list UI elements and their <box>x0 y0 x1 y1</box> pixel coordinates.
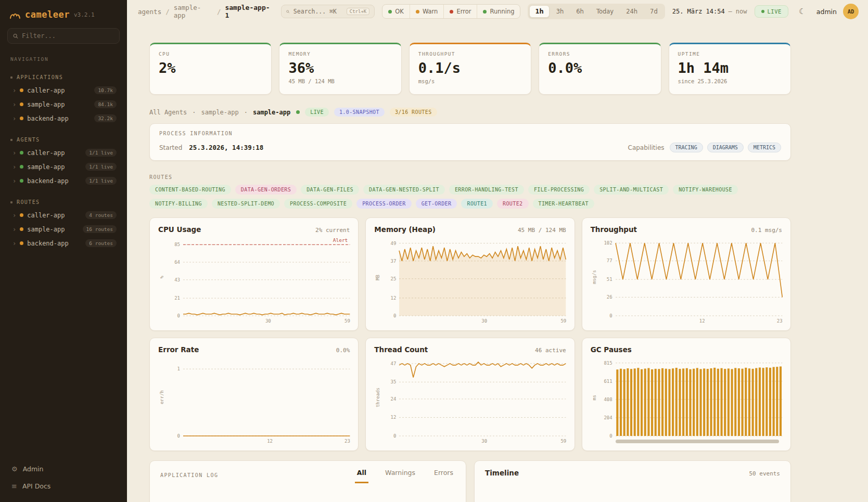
x-axis-ticks: 1223 <box>616 317 782 325</box>
application-log-card: APPLICATION LOG AllWarningsErrors <box>149 460 466 502</box>
stat-label: ERRORS <box>548 51 652 57</box>
chart-thread-count: Thread Count46 activethreads012243547305… <box>365 338 575 451</box>
bottom-row: APPLICATION LOG AllWarningsErrors Timeli… <box>149 460 791 502</box>
time-range-7d[interactable]: 7d <box>644 5 663 18</box>
stats-row: CPU2%MEMORY36%45 MB / 124 MBTHROUGHPUT0.… <box>149 43 791 95</box>
sidebar-footer-admin[interactable]: ⚙Admin <box>7 460 120 478</box>
sidebar-item-label: caller-app <box>27 212 65 219</box>
sidebar-item-routes-caller-app[interactable]: ›caller-app4 routes <box>7 208 120 222</box>
sidebar-footer-api-docs[interactable]: ≡API Docs <box>7 478 120 495</box>
stat-subtext: msg/s <box>418 78 522 84</box>
route-chip-nested-split-demo[interactable]: NESTED-SPLIT-DEMO <box>212 199 280 209</box>
route-chip-route2[interactable]: ROUTE2 <box>497 199 529 209</box>
y-tick-label: 102 <box>604 240 612 246</box>
status-filter-running[interactable]: Running <box>477 5 520 18</box>
routes-heading: ROUTES <box>149 174 791 180</box>
search-input[interactable] <box>293 8 343 15</box>
x-tick-label: 59 <box>560 439 566 444</box>
sidebar-item-agents-sample-app[interactable]: ›sample-app1/1 live <box>7 160 120 174</box>
breadcrumb-item-sample-app-1[interactable]: sample-app-1 <box>225 4 274 19</box>
log-tab-errors[interactable]: Errors <box>432 469 455 483</box>
route-chip-split-and-multicast[interactable]: SPLIT-AND-MULTICAST <box>594 185 669 195</box>
sidebar-item-agents-backend-app[interactable]: ›backend-app1/1 live <box>7 174 120 188</box>
log-tab-all[interactable]: All <box>355 469 368 483</box>
x-tick-label: 59 <box>560 318 566 324</box>
time-range-24h[interactable]: 24h <box>620 5 643 18</box>
x-axis-ticks: 1223 <box>183 437 350 445</box>
chart-title: Throughput <box>591 225 637 234</box>
chart-title: GC Pauses <box>591 345 632 354</box>
sidebar-item-applications-sample-app[interactable]: ›sample-app84.1k <box>7 97 120 111</box>
chart-title: CPU Usage <box>158 225 201 234</box>
breadcrumb-item-agents[interactable]: agents <box>138 8 161 16</box>
status-filter-warn[interactable]: Warn <box>410 5 444 18</box>
route-chip-error-handling-test[interactable]: ERROR-HANDLING-TEST <box>449 185 524 195</box>
y-tick-label: 0 <box>177 313 180 318</box>
y-axis-unit-label: MB <box>375 275 380 280</box>
route-chip-process-composite[interactable]: PROCESS-COMPOSITE <box>284 199 352 209</box>
docs-icon: ≡ <box>11 482 17 490</box>
chart-cpu-usage: CPU Usage2% current%021436485Alert3059 <box>149 217 359 331</box>
breadcrumb-item-sample-app[interactable]: sample-app <box>174 4 213 19</box>
process-info-title: PROCESS INFORMATION <box>159 131 781 136</box>
route-chip-timer-heartbeat[interactable]: TIMER-HEARTBEAT <box>533 199 594 209</box>
sidebar-section-title: AGENTS <box>7 135 120 146</box>
chart-title: Thread Count <box>374 345 428 354</box>
time-range-today[interactable]: Today <box>591 5 619 18</box>
route-chip-data-gen-files[interactable]: DATA-GEN-FILES <box>301 185 359 195</box>
y-tick-label: 12 <box>390 295 396 301</box>
route-chip-get-order[interactable]: GET-ORDER <box>416 199 457 209</box>
avatar[interactable]: AD <box>843 4 859 19</box>
route-chip-data-gen-orders[interactable]: DATA-GEN-ORDERS <box>235 185 297 195</box>
alert-threshold-label: Alert <box>333 237 348 243</box>
plot-region <box>183 359 350 436</box>
y-axis-ticks: 0204408611815 <box>600 359 614 436</box>
sidebar-item-routes-backend-app[interactable]: ›backend-app6 routes <box>7 236 120 250</box>
started-value: 25.3.2026, 14:39:18 <box>189 144 263 151</box>
stat-label: MEMORY <box>288 51 392 57</box>
time-range-1h[interactable]: 1h <box>529 5 549 18</box>
y-axis-unit-label: err/h <box>159 390 164 404</box>
topbar-right-group: LIVE ☾ admin AD <box>755 4 859 19</box>
time-range-6h[interactable]: 6h <box>570 5 590 18</box>
x-tick-label: 30 <box>265 318 271 324</box>
agent-breadcrumb-link-all-agents[interactable]: All Agents <box>149 109 187 116</box>
route-chip-notify-billing[interactable]: NOTIFY-BILLING <box>149 199 208 209</box>
status-dot <box>388 10 392 14</box>
sidebar-item-label: sample-app <box>27 101 65 108</box>
global-search[interactable]: Ctrl+K <box>281 5 375 18</box>
chart-current-value: 2% current <box>315 227 350 234</box>
sidebar-filter[interactable] <box>7 28 120 44</box>
log-tabs: AllWarningsErrors <box>355 469 455 483</box>
process-info-row: Started 25.3.2026, 14:39:18 Capabilities… <box>159 143 781 152</box>
user-name[interactable]: admin <box>816 8 837 16</box>
agent-current-name: sample-app <box>253 109 290 116</box>
route-chip-file-processing[interactable]: FILE-PROCESSING <box>528 185 590 195</box>
live-badge[interactable]: LIVE <box>755 5 788 18</box>
theme-toggle-button[interactable]: ☾ <box>795 4 810 19</box>
route-chip-route1[interactable]: ROUTE1 <box>461 199 493 209</box>
date-range[interactable]: 25. März 14:54 — now <box>672 8 747 15</box>
x-tick-label: 30 <box>481 318 487 324</box>
route-chip-notify-warehouse[interactable]: NOTIFY-WAREHOUSE <box>673 185 738 195</box>
agent-breadcrumb-link-sample-app[interactable]: sample-app <box>201 109 238 116</box>
sidebar-item-applications-backend-app[interactable]: ›backend-app32.2k <box>7 111 120 125</box>
y-tick-label: 611 <box>604 379 612 384</box>
sidebar-filter-input[interactable] <box>22 32 114 40</box>
status-dot <box>20 88 23 92</box>
chart-current-value: 46 active <box>535 347 566 354</box>
log-tab-warnings[interactable]: Warnings <box>383 469 417 483</box>
sidebar-item-agents-caller-app[interactable]: ›caller-app1/1 live <box>7 146 120 160</box>
route-chip-content-based-routing[interactable]: CONTENT-BASED-ROUTING <box>149 185 231 195</box>
status-filter-ok[interactable]: OK <box>382 5 410 18</box>
route-chip-data-gen-nested-split[interactable]: DATA-GEN-NESTED-SPLIT <box>363 185 445 195</box>
chevron-right-icon: › <box>12 212 16 218</box>
time-range-3h[interactable]: 3h <box>551 5 570 18</box>
chevron-right-icon: › <box>12 150 16 156</box>
stat-label: CPU <box>159 51 262 57</box>
y-tick-label: 0 <box>393 313 396 318</box>
sidebar-item-routes-sample-app[interactable]: ›sample-app16 routes <box>7 222 120 236</box>
status-filter-error[interactable]: Error <box>443 5 477 18</box>
sidebar-item-applications-caller-app[interactable]: ›caller-app10.7k <box>7 83 120 97</box>
route-chip-process-order[interactable]: PROCESS-ORDER <box>356 199 411 209</box>
